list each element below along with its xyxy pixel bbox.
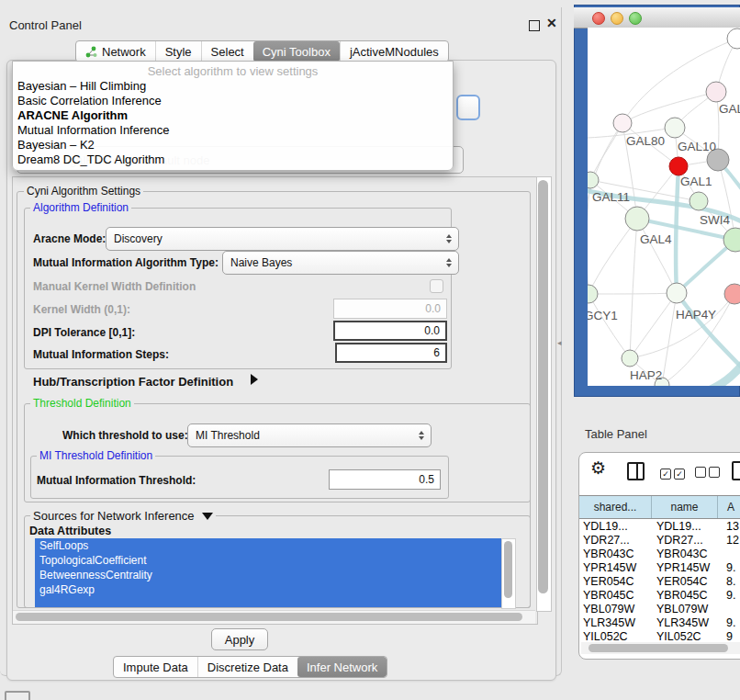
algorithm-combo-focus-edge[interactable] (456, 95, 480, 120)
table-horizontal-scrollbar[interactable] (581, 642, 740, 654)
node-gal4[interactable] (625, 207, 649, 231)
mi-threshold-field[interactable]: 0.5 (329, 469, 441, 490)
deselect-all-checkboxes-icon[interactable] (695, 465, 723, 481)
scrollbar-thumb[interactable] (589, 644, 728, 652)
close-traffic-light[interactable] (592, 12, 605, 25)
tab-jactivemnodules[interactable]: jActiveMNodules (340, 41, 448, 62)
tab-discretize-data[interactable]: Discretize Data (197, 657, 297, 677)
table-row[interactable]: YDL19... YDL19... 13 (579, 520, 740, 534)
network-canvas[interactable]: GAL GAL80 GAL10 GAL1 GAL11 SWI4 GAL4 GCY… (588, 28, 740, 386)
dropdown-option[interactable]: Bayesian – K2 (17, 138, 95, 152)
application-root: Control Panel ✕ Network Style (0, 0, 740, 700)
table-row[interactable]: YBR045C YBR045C 9. (579, 589, 740, 603)
settings-horizontal-scrollbar[interactable] (13, 610, 535, 624)
list-vertical-scrollbar[interactable] (501, 538, 516, 609)
threshold-definition-title: Threshold Definition (30, 397, 134, 410)
network-window-titlebar[interactable] (574, 7, 740, 28)
list-item[interactable]: gal4RGexp (35, 582, 501, 597)
table-row[interactable]: YLR345W YLR345W 9. (579, 616, 740, 630)
node-gal1[interactable] (669, 157, 688, 175)
column-layout-icon[interactable] (627, 462, 645, 480)
column-header-name[interactable]: name (652, 496, 718, 518)
table-row[interactable]: YER054C YER054C 8. (579, 575, 740, 589)
network-icon (85, 46, 97, 58)
node-gcy1[interactable] (588, 285, 598, 303)
export-table-icon[interactable] (732, 461, 740, 480)
table-row[interactable]: YPR145W YPR145W 9. (579, 561, 740, 575)
minimize-traffic-light[interactable] (611, 12, 623, 25)
dropdown-option[interactable]: Basic Correlation Inference (17, 94, 162, 108)
list-item[interactable]: BetweennessCentrality (35, 568, 501, 582)
dpi-tolerance-label: DPI Tolerance [0,1]: (33, 326, 135, 339)
node-label: Y (708, 308, 716, 322)
tab-style[interactable]: Style (155, 41, 201, 62)
node-gal80[interactable] (613, 114, 632, 132)
scrollbar-thumb[interactable] (538, 180, 548, 593)
tab-network-label: Network (102, 45, 146, 59)
table-row[interactable]: YDR27... YDR27... 12 (579, 534, 740, 548)
which-threshold-label: Which threshold to use: (62, 429, 188, 442)
node-salmon[interactable] (724, 284, 740, 304)
floating-panel-button[interactable] (5, 691, 30, 700)
hub-definition-label: Hub/Transcription Factor Definition (33, 375, 233, 389)
tab-network[interactable]: Network (76, 41, 155, 62)
aracne-mode-combo[interactable]: Discovery (106, 227, 459, 251)
mi-type-value: Naive Bayes (230, 256, 292, 269)
column-header-partial[interactable]: A (718, 496, 740, 518)
dpi-tolerance-field[interactable]: 0.0 (333, 321, 447, 341)
control-panel-window: Control Panel ✕ Network Style (0, 7, 562, 676)
control-panel-tabs: Network Style Select Cyni Toolbox jActiv… (75, 40, 449, 62)
kernel-width-field[interactable]: 0.0 (333, 299, 447, 319)
dropdown-option[interactable]: Bayesian – Hill Climbing (17, 79, 146, 94)
column-header-shared-name[interactable]: shared... (579, 496, 652, 518)
tab-cyni-toolbox[interactable]: Cyni Toolbox (253, 41, 340, 62)
algorithm-definition-title: Algorithm Definition (30, 201, 131, 214)
which-threshold-value: MI Threshold (196, 429, 260, 442)
tab-impute-data[interactable]: Impute Data (114, 657, 197, 677)
data-attributes-list[interactable]: SelfLoops TopologicalCoefficient Between… (35, 538, 501, 607)
node-hap4[interactable] (667, 283, 687, 303)
mi-threshold-label: Mutual Information Threshold: (37, 474, 196, 487)
expand-arrow-icon[interactable] (251, 374, 258, 385)
combo-arrows-icon (446, 258, 452, 267)
dropdown-option[interactable]: Mutual Information Inference (17, 123, 169, 138)
which-threshold-combo[interactable]: MI Threshold (187, 423, 432, 447)
table-row[interactable]: YBR043C YBR043C (579, 548, 740, 561)
node-label: SWI4 (700, 213, 730, 227)
aracne-mode-label: Aracne Mode: (33, 232, 106, 245)
network-nodes[interactable] (588, 28, 740, 386)
select-all-checkboxes-icon[interactable]: ✓✓ (660, 464, 688, 480)
tab-infer-network[interactable]: Infer Network (297, 657, 387, 677)
table-header-row: shared... name A (579, 495, 740, 519)
tab-select[interactable]: Select (201, 41, 253, 62)
node-label: HAP4 (676, 308, 709, 322)
node-gal10[interactable] (665, 118, 685, 138)
gear-icon[interactable]: ⚙ (590, 457, 606, 480)
panel-splitter-handle[interactable]: ◂ (557, 338, 562, 347)
node-gal2[interactable] (706, 82, 726, 102)
dropdown-option[interactable]: Dream8 DC_TDC Algorithm (17, 152, 164, 167)
manual-kernel-checkbox[interactable] (430, 279, 443, 293)
node-label: GCY1 (588, 309, 618, 322)
list-item[interactable]: TopologicalCoefficient (35, 553, 501, 568)
list-item[interactable]: SelfLoops (35, 538, 501, 553)
node-swi4[interactable] (690, 192, 708, 210)
close-icon[interactable]: ✕ (546, 16, 557, 30)
table-row[interactable]: YBL079W YBL079W (579, 603, 740, 616)
dropdown-option-aracne[interactable]: ARACNE Algorithm (17, 108, 128, 123)
aracne-mode-value: Discovery (114, 232, 163, 245)
collapse-arrow-icon[interactable] (202, 513, 213, 520)
sources-group-title: Sources for Network Inference (30, 509, 216, 523)
apply-button[interactable]: Apply (211, 628, 268, 650)
settings-vertical-scrollbar[interactable] (536, 176, 552, 612)
cyni-bottom-tabs: Impute Data Discretize Data Infer Networ… (113, 656, 387, 678)
zoom-traffic-light[interactable] (629, 12, 642, 25)
node-hap2[interactable] (622, 350, 638, 367)
mi-steps-field[interactable]: 6 (335, 343, 447, 363)
scrollbar-thumb[interactable] (504, 541, 512, 598)
node-label: GAL80 (626, 134, 665, 148)
mi-type-combo[interactable]: Naive Bayes (222, 251, 459, 275)
node-top-right[interactable] (727, 28, 740, 49)
float-window-icon[interactable] (529, 20, 540, 31)
scrollbar-thumb[interactable] (16, 613, 522, 621)
